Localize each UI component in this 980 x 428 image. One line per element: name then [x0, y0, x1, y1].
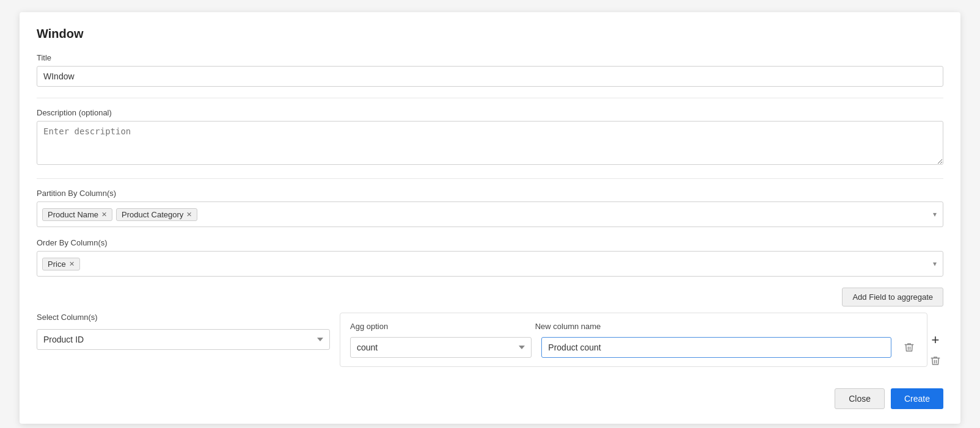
window-modal: Window Title Description (optional) Part…	[20, 12, 960, 424]
tag-product-category-remove[interactable]: ✕	[186, 211, 192, 218]
agg-option-label: Agg option	[350, 322, 525, 331]
partition-section: Partition By Column(s) Product Name ✕ Pr…	[37, 189, 943, 227]
tag-price: Price ✕	[42, 258, 80, 270]
modal-heading: Window	[37, 27, 943, 41]
description-section: Description (optional)	[37, 108, 943, 167]
description-input[interactable]	[37, 121, 943, 165]
tag-product-category-label: Product Category	[122, 210, 183, 219]
tag-product-name-label: Product Name	[48, 210, 98, 219]
side-actions: +	[927, 313, 943, 369]
new-column-label: New column name	[535, 322, 885, 331]
order-label: Order By Column(s)	[37, 238, 943, 247]
title-label: Title	[37, 53, 943, 62]
tag-product-category: Product Category ✕	[116, 208, 197, 221]
partition-select[interactable]: Product Name ✕ Product Category ✕ ▾	[37, 201, 943, 227]
footer-row: Close Create	[37, 388, 943, 409]
partition-label: Partition By Column(s)	[37, 189, 943, 198]
add-field-button[interactable]: Add Field to aggregate	[842, 288, 943, 306]
description-label: Description (optional)	[37, 108, 943, 117]
add-field-row: Add Field to aggregate	[37, 288, 943, 306]
tag-product-name-remove[interactable]: ✕	[101, 211, 107, 218]
close-button[interactable]: Close	[835, 388, 885, 409]
agg-option-select[interactable]: count sum avg min max	[350, 337, 532, 358]
select-columns-section: Select Column(s) Product ID	[37, 313, 330, 350]
aggregate-area: Select Column(s) Product ID Agg option N…	[37, 313, 943, 369]
trash-icon	[904, 342, 915, 353]
partition-dropdown-arrow: ▾	[933, 210, 937, 219]
divider-1	[37, 98, 943, 98]
order-section: Order By Column(s) Price ✕ ▾	[37, 238, 943, 277]
title-section: Title	[37, 53, 943, 87]
add-row-button[interactable]: +	[928, 332, 943, 348]
outer-trash-icon	[930, 355, 941, 366]
tag-price-remove[interactable]: ✕	[69, 261, 75, 267]
order-dropdown-arrow: ▾	[933, 259, 937, 268]
agg-inner-container: Agg option New column name count sum avg…	[340, 313, 927, 367]
agg-data-row: count sum avg min max	[350, 337, 917, 358]
select-columns-dropdown[interactable]: Product ID	[37, 329, 330, 350]
row-delete-button[interactable]	[901, 339, 917, 355]
new-column-input[interactable]	[541, 337, 891, 358]
tag-price-label: Price	[48, 259, 66, 269]
order-select[interactable]: Price ✕ ▾	[37, 251, 943, 277]
title-input[interactable]	[37, 66, 943, 87]
outer-delete-button[interactable]	[927, 353, 943, 369]
tag-product-name: Product Name ✕	[42, 208, 112, 221]
divider-2	[37, 178, 943, 179]
create-button[interactable]: Create	[891, 388, 943, 409]
agg-header-row: Agg option New column name	[350, 322, 917, 331]
select-columns-label: Select Column(s)	[37, 313, 330, 322]
